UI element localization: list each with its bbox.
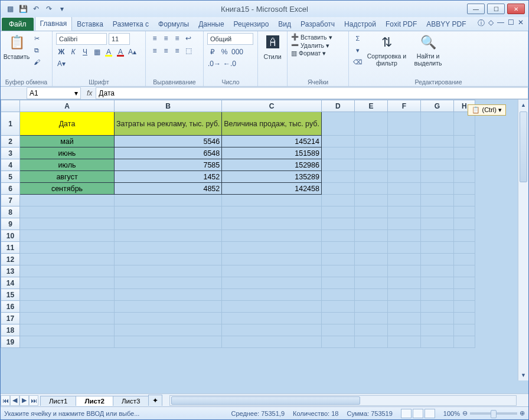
cell-B7[interactable] [115,195,222,206]
cell-H19[interactable] [453,336,475,348]
cell-D14[interactable] [321,277,354,289]
cell-C7[interactable] [222,195,322,206]
cell-C13[interactable] [222,265,322,277]
shrink-font-icon[interactable]: A▾ [56,58,67,69]
ribbon-tab-вид[interactable]: Вид [273,18,296,31]
cell-C3[interactable]: 151589 [222,147,322,159]
cell-A15[interactable] [20,289,115,301]
align-center-icon[interactable]: ≡ [161,45,171,56]
cell-G14[interactable] [420,277,453,289]
row-header-10[interactable]: 10 [1,230,20,242]
fill-color-button[interactable]: A [103,47,114,57]
cell-B17[interactable] [115,313,222,324]
cell-C8[interactable] [222,206,322,218]
ribbon-tab-разметка с[interactable]: Разметка с [108,18,154,31]
cell-A2[interactable]: май [20,136,115,147]
cell-D16[interactable] [321,301,354,313]
cell-H9[interactable] [453,218,475,230]
formula-input[interactable]: Дата [96,87,528,99]
align-mid-icon[interactable]: ≡ [161,33,171,44]
cell-G16[interactable] [420,301,453,313]
cell-G4[interactable] [420,159,453,171]
row-header-16[interactable]: 16 [1,301,20,313]
percent-icon[interactable]: % [219,47,230,57]
ribbon-tab-формулы[interactable]: Формулы [154,18,194,31]
row-header-8[interactable]: 8 [1,206,20,218]
cell-E19[interactable] [354,336,387,348]
cell-F4[interactable] [387,159,420,171]
cell-D15[interactable] [321,289,354,301]
cut-icon[interactable]: ✂ [31,33,42,44]
cell-F17[interactable] [387,313,420,324]
view-layout-icon[interactable] [413,409,423,418]
cell-B12[interactable] [115,254,222,265]
cell-E7[interactable] [354,195,387,206]
cell-B3[interactable]: 6548 [115,147,222,159]
sort-filter-button[interactable]: ⇅ Сортировка и фильтр [365,33,408,67]
cell-H3[interactable] [453,147,475,159]
vscroll-thumb[interactable] [520,111,527,182]
cell-G6[interactable] [420,183,453,195]
paste-button[interactable]: 📋 Вставить [4,33,29,60]
scroll-down-icon[interactable]: ▼ [518,370,528,380]
cell-A17[interactable] [20,313,115,324]
cell-F7[interactable] [387,195,420,206]
cell-H16[interactable] [453,301,475,313]
cell-G7[interactable] [420,195,453,206]
delete-cells-button[interactable]: ➖Удалить ▾ [291,41,332,49]
cell-C1[interactable]: Величина продаж, тыс. руб. [222,112,322,136]
cell-G3[interactable] [420,147,453,159]
cell-C15[interactable] [222,289,322,301]
ribbon-minimize-icon[interactable]: ◇ [488,18,494,28]
zoom-out-icon[interactable]: ⊖ [462,409,468,417]
cell-B14[interactable] [115,277,222,289]
align-top-icon[interactable]: ≡ [149,33,160,44]
cell-G13[interactable] [420,265,453,277]
cell-E13[interactable] [354,265,387,277]
cell-C12[interactable] [222,254,322,265]
cell-G12[interactable] [420,254,453,265]
view-pagebreak-icon[interactable] [424,409,435,418]
inc-decimal-icon[interactable]: .0→ [207,58,221,69]
number-format-combo[interactable]: Общий [207,33,253,45]
cell-A4[interactable]: июль [20,159,115,171]
cell-F1[interactable] [387,112,420,136]
copy-icon[interactable]: ⧉ [31,45,42,55]
cell-G1[interactable] [420,112,453,136]
cell-B9[interactable] [115,218,222,230]
cell-H15[interactable] [453,289,475,301]
horizontal-scrollbar[interactable] [169,395,517,406]
cell-B16[interactable] [115,301,222,313]
sheet-tab-Лист2[interactable]: Лист2 [76,396,113,406]
row-header-2[interactable]: 2 [1,136,20,147]
cell-C10[interactable] [222,230,322,242]
cell-A10[interactable] [20,230,115,242]
find-select-button[interactable]: 🔍 Найти и выделить [410,33,446,67]
align-right-icon[interactable]: ≡ [172,45,182,56]
row-header-13[interactable]: 13 [1,265,20,277]
minimize-button[interactable]: — [467,4,485,14]
cell-B13[interactable] [115,265,222,277]
ribbon-tab-данные[interactable]: Данные [194,18,228,31]
fx-icon[interactable]: fx [83,89,96,97]
cell-C2[interactable]: 145214 [222,136,322,147]
cell-E10[interactable] [354,230,387,242]
cell-H2[interactable] [453,136,475,147]
cell-A13[interactable] [20,265,115,277]
cell-F8[interactable] [387,206,420,218]
ribbon-tab-надстрой[interactable]: Надстрой [339,18,381,31]
fill-icon[interactable]: ▾ [352,45,363,55]
vertical-scrollbar[interactable]: ▲ ▼ [518,100,528,380]
cell-D18[interactable] [321,324,354,336]
cell-E18[interactable] [354,324,387,336]
cell-G15[interactable] [420,289,453,301]
font-size-combo[interactable]: 11 [109,33,130,45]
cell-H11[interactable] [453,242,475,254]
sheet-nav-first-icon[interactable]: ⏮ [1,395,10,406]
cell-B19[interactable] [115,336,222,348]
cell-H8[interactable] [453,206,475,218]
zoom-control[interactable]: 100% ⊖ ⊕ [443,409,525,417]
cell-F9[interactable] [387,218,420,230]
row-header-6[interactable]: 6 [1,183,20,195]
column-header-B[interactable]: B [115,100,222,112]
